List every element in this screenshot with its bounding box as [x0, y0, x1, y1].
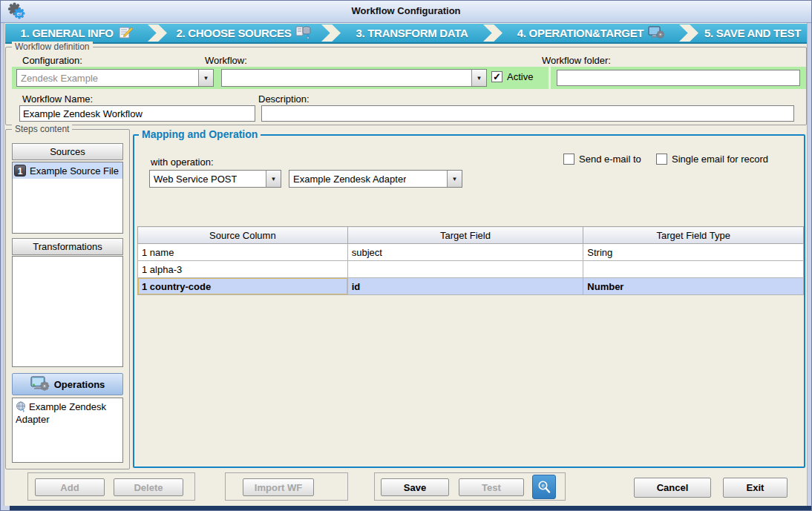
configuration-select[interactable]: Zendesk Example ▼ [16, 69, 214, 87]
delete-button[interactable]: Delete [114, 478, 183, 496]
sources-database-icon [295, 25, 312, 41]
operations-header-button[interactable]: Operations [12, 373, 123, 395]
chevron-down-icon[interactable]: ▼ [471, 70, 486, 86]
operation-item-label: Example Zendesk Adapter [16, 401, 106, 425]
chevron-down-icon[interactable]: ▼ [447, 171, 462, 187]
tab-transform-data[interactable]: 3. TRANSFORM DATA [341, 24, 483, 42]
single-email-checkbox-row: Single email for record [656, 154, 768, 165]
operation-type-select[interactable]: Web Service POST ▼ [149, 170, 281, 188]
chevron-right-icon [483, 24, 502, 42]
search-magnifier-button[interactable]: e [532, 475, 556, 499]
operations-monitor-gear-icon [30, 376, 50, 393]
description-input[interactable] [261, 105, 794, 122]
send-email-label: Send e-mail to [579, 154, 641, 165]
source-item-label: Example Source File [30, 165, 119, 177]
mapping-and-operation-group: Mapping and Operation with operation: We… [133, 134, 805, 468]
send-email-checkbox-row: Send e-mail to [563, 154, 641, 165]
steps-content-group: Steps content Sources 1 Example Source F… [5, 129, 130, 469]
header-target-field: Target Field [347, 227, 583, 244]
workflow-name-input[interactable] [19, 105, 255, 122]
transformations-list[interactable] [12, 256, 123, 367]
magnifier-icon: e [537, 480, 551, 495]
source-list-item[interactable]: 1 Example Source File [13, 162, 122, 179]
save-button[interactable]: Save [381, 478, 449, 496]
source-number-badge: 1 [14, 165, 26, 177]
adapter-globe-icon [16, 401, 27, 412]
chevron-right-icon [679, 24, 698, 42]
description-label: Description: [258, 93, 310, 105]
tab-operation-target[interactable]: 4. OPERATION&TARGET [502, 24, 679, 42]
window-title: Workflow Configuration [1, 5, 811, 16]
chevron-right-icon [321, 24, 341, 42]
steps-content-legend: Steps content [12, 124, 72, 134]
resize-grip[interactable] [1, 506, 10, 510]
send-email-checkbox[interactable] [563, 154, 574, 165]
table-row-selected[interactable]: 1 country-code id Number [138, 278, 804, 295]
svg-text:e: e [541, 482, 544, 489]
with-operation-label: with operation: [151, 156, 214, 168]
workflow-label: Workflow: [205, 55, 247, 66]
active-checkbox-row: ✓ Active [491, 71, 533, 82]
exit-button[interactable]: Exit [723, 478, 788, 498]
sources-header-button[interactable]: Sources [12, 143, 123, 160]
operation-adapter-select[interactable]: Example Zendesk Adapter ▼ [289, 170, 462, 188]
operation-list-item[interactable]: Example Zendesk Adapter [13, 398, 122, 428]
mapping-legend: Mapping and Operation [139, 128, 261, 140]
workflow-name-label: Workflow Name: [22, 93, 93, 105]
operation-target-monitor-gear-icon [648, 26, 664, 41]
workflow-definition-group: Workflow definition Configuration: Zende… [5, 47, 807, 125]
tab-choose-sources[interactable]: 2. CHOOSE SOURCES [167, 24, 321, 42]
workflow-folder-label: Workflow folder: [542, 55, 611, 66]
workflow-folder-input[interactable] [557, 70, 800, 86]
window-bottom-edge [1, 506, 811, 510]
notepad-pencil-icon [118, 26, 133, 41]
operations-header-label: Operations [54, 379, 105, 390]
single-email-checkbox[interactable] [656, 154, 667, 165]
tab-save-and-test[interactable]: 5. SAVE AND TEST [698, 24, 807, 42]
mapping-table[interactable]: Source Column Target Field Target Field … [137, 226, 804, 295]
configuration-label: Configuration: [22, 55, 82, 66]
window-right-edge [807, 23, 811, 510]
add-button[interactable]: Add [35, 478, 105, 496]
workflow-select[interactable]: ▼ [221, 69, 487, 87]
active-checkbox[interactable]: ✓ [491, 71, 502, 82]
header-source-column: Source Column [138, 227, 348, 244]
mapping-table-header: Source Column Target Field Target Field … [138, 227, 804, 244]
tab-general-info[interactable]: 1. GENERAL INFO [5, 24, 148, 42]
workflow-configuration-window: er Workflow Configuration 1. GENERAL INF… [0, 0, 812, 511]
titlebar: er Workflow Configuration [1, 1, 811, 23]
import-wf-button[interactable]: Import WF [243, 478, 314, 496]
sources-list[interactable]: 1 Example Source File [12, 162, 123, 234]
transformations-header-button[interactable]: Transformations [12, 238, 123, 255]
single-email-label: Single email for record [672, 154, 768, 165]
table-row[interactable]: 1 alpha-3 [138, 261, 804, 278]
test-button[interactable]: Test [459, 478, 524, 496]
active-label: Active [507, 71, 533, 82]
cancel-button[interactable]: Cancel [634, 478, 711, 498]
chevron-down-icon[interactable]: ▼ [198, 70, 213, 86]
workflow-definition-legend: Workflow definition [12, 42, 93, 52]
chevron-down-icon[interactable]: ▼ [266, 171, 281, 187]
table-row[interactable]: 1 name subject String [138, 244, 804, 261]
header-target-field-type: Target Field Type [583, 227, 804, 244]
chevron-right-icon [148, 24, 167, 42]
window-left-edge [1, 23, 4, 510]
operations-list[interactable]: Example Zendesk Adapter [12, 398, 123, 463]
wizard-step-bar: 1. GENERAL INFO 2. CHOOSE SOURCES [5, 24, 807, 44]
